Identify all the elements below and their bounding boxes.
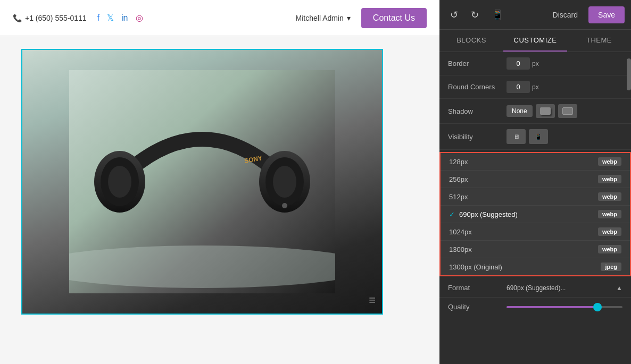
border-row: Border px [439, 52, 631, 75]
size-690px-label: 690px (Suggested) [459, 210, 598, 218]
phone-number: +1 (650) 555-0111 [25, 14, 87, 22]
quality-row: Quality [439, 298, 631, 316]
user-name: Mitchell Admin [296, 14, 344, 22]
tab-customize[interactable]: CUSTOMIZE [503, 30, 567, 52]
shadow-dark-button[interactable] [558, 104, 577, 118]
discard-button[interactable]: Discard [546, 7, 584, 22]
size-512px-format: webp [598, 192, 621, 201]
size-512px-label: 512px [449, 193, 598, 201]
shadow-light-button[interactable] [536, 104, 555, 118]
size-1300px-label: 1300px [449, 246, 598, 253]
tab-blocks[interactable]: BLOCKS [439, 30, 503, 52]
size-256px-item[interactable]: 256px webp [441, 171, 630, 188]
header-phone: 📞 +1 (650) 555-0111 [13, 14, 87, 22]
header-socials: f 𝕏 in ◎ [97, 13, 143, 23]
visibility-row: Visibility 🖥 📱 [439, 124, 631, 150]
selected-checkmark: ✓ [449, 210, 455, 218]
tab-theme[interactable]: THEME [567, 30, 631, 52]
visibility-mobile-button[interactable]: 📱 [529, 129, 548, 144]
round-corners-row: Round Corners px [439, 75, 631, 99]
user-dropdown-arrow: ▾ [347, 14, 351, 22]
size-1300px-format: webp [598, 245, 621, 253]
shadow-light-icon [540, 107, 551, 115]
header-user[interactable]: Mitchell Admin ▾ [296, 14, 351, 22]
facebook-icon[interactable]: f [97, 13, 99, 23]
border-input-group: px [507, 57, 539, 70]
headphones-image: SONY ≡ [22, 50, 382, 314]
size-1024px-item[interactable]: 1024px webp [441, 223, 630, 241]
linkedin-icon[interactable]: in [121, 13, 128, 23]
shadow-options: None [507, 104, 577, 118]
image-block[interactable]: SONY ≡ [21, 49, 383, 315]
size-128px-label: 128px [449, 158, 598, 166]
image-size-dropdown: 128px webp 256px webp 512px webp ✓ 690px… [439, 152, 631, 276]
border-unit: px [532, 60, 539, 67]
visibility-label: Visibility [448, 133, 507, 141]
visibility-desktop-button[interactable]: 🖥 [507, 129, 526, 144]
watermark: ≡ [369, 293, 376, 307]
main-area: 📞 +1 (650) 555-0111 f 𝕏 in ◎ Mitchell Ad… [0, 0, 439, 364]
phone-icon: 📞 [13, 14, 22, 22]
border-input[interactable] [507, 57, 530, 70]
format-chevron-icon[interactable]: ▲ [616, 284, 622, 292]
size-1300px-original-item[interactable]: 1300px (Original) jpeg [441, 258, 630, 275]
shadow-none-button[interactable]: None [507, 105, 533, 117]
sidebar-toolbar: ↺ ↻ 📱 Discard Save [439, 0, 631, 30]
size-1300px-original-label: 1300px (Original) [449, 263, 601, 271]
round-corners-input[interactable] [507, 81, 530, 93]
props-section: Border px Round Corners px Shadow None [439, 52, 631, 364]
size-128px-format: webp [598, 157, 621, 166]
round-corners-label: Round Corners [448, 83, 507, 91]
save-button[interactable]: Save [588, 6, 625, 23]
quality-thumb[interactable] [593, 303, 602, 311]
shadow-row: Shadow None [439, 99, 631, 124]
redo-button[interactable]: ↻ [467, 6, 483, 24]
quality-label: Quality [448, 303, 507, 311]
size-256px-format: webp [598, 175, 621, 183]
size-1300px-item[interactable]: 1300px webp [441, 241, 630, 258]
shadow-dark-icon [562, 107, 573, 115]
svg-point-7 [273, 166, 296, 198]
border-label: Border [448, 60, 507, 67]
size-512px-item[interactable]: 512px webp [441, 188, 630, 206]
headphones-svg: SONY [69, 70, 335, 293]
format-row: Format 690px (Suggested)... ▲ [439, 278, 631, 298]
format-value: 690px (Suggested)... [507, 284, 616, 292]
visibility-options: 🖥 📱 [507, 129, 548, 144]
contact-button[interactable]: Contact Us [361, 8, 427, 28]
svg-point-4 [108, 166, 131, 198]
size-256px-label: 256px [449, 175, 598, 183]
size-1300px-original-format: jpeg [601, 263, 621, 271]
round-corners-unit: px [532, 83, 539, 91]
shadow-label: Shadow [448, 107, 507, 115]
size-690px-item[interactable]: ✓ 690px (Suggested) webp [441, 206, 630, 223]
format-label: Format [448, 284, 507, 292]
sidebar-scrollbar[interactable] [627, 58, 631, 90]
round-corners-input-group: px [507, 81, 539, 93]
page-content: SONY ≡ [0, 36, 439, 364]
size-1024px-format: webp [598, 227, 621, 236]
size-690px-format: webp [598, 210, 621, 218]
instagram-icon[interactable]: ◎ [136, 13, 143, 23]
svg-point-1 [69, 246, 335, 288]
mobile-preview-button[interactable]: 📱 [487, 6, 508, 24]
twitter-icon[interactable]: 𝕏 [107, 13, 114, 23]
sidebar: ↺ ↻ 📱 Discard Save BLOCKS CUSTOMIZE THEM… [439, 0, 631, 364]
size-1024px-label: 1024px [449, 228, 598, 236]
sidebar-tabs: BLOCKS CUSTOMIZE THEME [439, 30, 631, 52]
undo-button[interactable]: ↺ [446, 6, 462, 24]
quality-slider[interactable] [507, 306, 622, 308]
header-bar: 📞 +1 (650) 555-0111 f 𝕏 in ◎ Mitchell Ad… [0, 0, 439, 36]
size-128px-item[interactable]: 128px webp [441, 153, 630, 171]
svg-point-9 [282, 203, 287, 208]
